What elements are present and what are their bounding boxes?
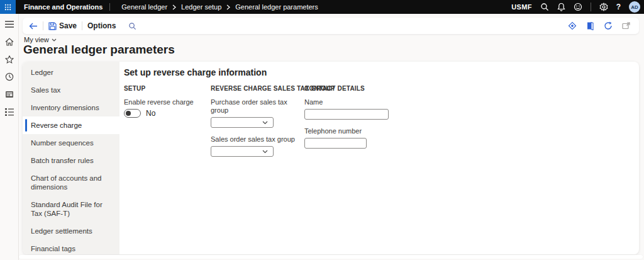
command-bar: Save Options [23, 18, 639, 34]
command-divider [43, 21, 43, 30]
modules-list-icon[interactable] [4, 107, 14, 117]
telephone-number-label: Telephone number [304, 127, 631, 135]
options-label: Options [87, 21, 116, 30]
setup-group: SETUP Enable reverse charge No [124, 84, 211, 157]
commandbar-search-icon[interactable] [128, 22, 136, 30]
recent-clock-icon[interactable] [4, 72, 14, 82]
name-label: Name [304, 98, 631, 106]
enable-reverse-charge-label: Enable reverse charge [124, 98, 211, 106]
topbar-divider [109, 3, 110, 11]
toggle-knob [126, 111, 131, 116]
settings-gear-icon[interactable] [599, 3, 608, 11]
tab-ledger-settlements[interactable]: Ledger settlements [23, 222, 119, 240]
back-arrow-icon [29, 23, 38, 30]
refresh-icon[interactable] [604, 21, 613, 30]
enable-reverse-charge-value: No [146, 109, 155, 118]
chevron-right-icon [226, 4, 230, 10]
feedback-smiley-icon[interactable] [574, 3, 582, 11]
search-icon[interactable] [540, 3, 549, 11]
reverse-charge-panel: Set up reverse charge information SETUP … [119, 62, 639, 254]
sales-order-tax-group-label: Sales order sales tax group [211, 135, 304, 144]
chevron-down-icon [262, 150, 268, 154]
worklist-icon[interactable] [4, 89, 14, 99]
waffle-grid-icon [4, 4, 11, 11]
tax-group-header: REVERSE CHARGE SALES TAX GROUP [211, 84, 304, 93]
vertical-tab-list: Ledger Sales tax Inventory dimensions Re… [23, 62, 119, 254]
left-nav-rail [0, 14, 19, 260]
app-launcher-waffle-icon[interactable] [0, 0, 16, 14]
section-heading: Set up reverse charge information [124, 67, 631, 77]
top-navigation-bar: Finance and Operations General ledger Le… [0, 0, 644, 14]
tab-sales-tax[interactable]: Sales tax [23, 81, 119, 99]
enable-reverse-charge-toggle[interactable] [124, 109, 141, 118]
chevron-right-icon [172, 4, 176, 10]
command-divider [82, 21, 82, 30]
purchase-order-tax-group-label: Purchase order sales tax group [211, 98, 304, 115]
tab-saf-t[interactable]: Standard Audit File for Tax (SAF-T) [23, 196, 119, 222]
expand-menu-hamburger-icon[interactable] [4, 19, 14, 29]
parameters-card: Ledger Sales tax Inventory dimensions Re… [23, 62, 639, 254]
favorites-star-icon[interactable] [4, 54, 14, 64]
tab-chart-of-accounts[interactable]: Chart of accounts and dimensions [23, 169, 119, 196]
tab-batch-transfer-rules[interactable]: Batch transfer rules [23, 152, 119, 169]
chevron-down-icon [52, 38, 57, 42]
breadcrumb: General ledger Ledger setup General ledg… [121, 3, 318, 11]
chevron-down-icon [262, 121, 268, 125]
save-button[interactable]: Save [48, 21, 77, 30]
purchase-order-tax-group-dropdown[interactable] [211, 117, 274, 128]
app-name[interactable]: Finance and Operations [24, 3, 103, 11]
contact-details-group: CONTACT DETAILS Name Telephone number [304, 84, 631, 157]
help-icon[interactable]: ? [616, 3, 621, 11]
options-button[interactable]: Options [87, 21, 116, 30]
name-input[interactable] [304, 109, 389, 120]
tab-number-sequences[interactable]: Number sequences [23, 134, 119, 152]
power-apps-icon[interactable] [568, 21, 577, 30]
tab-ledger[interactable]: Ledger [23, 64, 119, 81]
contact-details-header: CONTACT DETAILS [304, 84, 631, 93]
save-floppy-icon [48, 22, 57, 30]
back-button[interactable] [29, 23, 38, 30]
company-selector[interactable]: USMF [511, 3, 531, 11]
topbar-divider [591, 3, 591, 11]
avatar[interactable]: AD [629, 1, 640, 13]
breadcrumb-general-ledger-parameters[interactable]: General ledger parameters [235, 3, 318, 11]
notifications-bell-icon[interactable] [557, 3, 565, 11]
sales-order-tax-group-dropdown[interactable] [211, 146, 274, 157]
task-guide-book-icon[interactable] [586, 21, 594, 30]
tab-financial-tags[interactable]: Financial tags [23, 240, 119, 254]
open-in-new-window-icon[interactable] [622, 22, 630, 30]
page-title: General ledger parameters [23, 43, 175, 57]
telephone-number-input[interactable] [304, 138, 367, 149]
save-label: Save [59, 21, 77, 30]
reverse-charge-tax-group: REVERSE CHARGE SALES TAX GROUP Purchase … [211, 84, 304, 157]
home-icon[interactable] [4, 37, 14, 47]
setup-group-header: SETUP [124, 84, 211, 93]
breadcrumb-ledger-setup[interactable]: Ledger setup [181, 3, 221, 11]
tab-inventory-dimensions[interactable]: Inventory dimensions [23, 99, 119, 116]
breadcrumb-general-ledger[interactable]: General ledger [121, 3, 167, 11]
horizontal-scrollbar[interactable] [19, 255, 643, 259]
tab-reverse-charge[interactable]: Reverse charge [23, 116, 119, 134]
